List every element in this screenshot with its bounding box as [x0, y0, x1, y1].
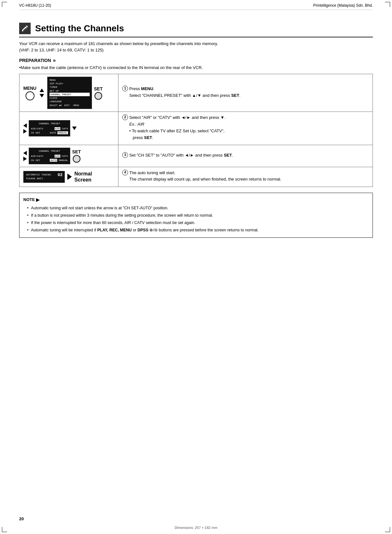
instruction-table: MENU MENU VCR PLUS+ — [19, 74, 373, 187]
preparation-arrows: » — [53, 58, 56, 63]
intro-text: Your VCR can receive a maximum of 181 ch… — [19, 41, 373, 53]
pencil-icon — [21, 25, 29, 32]
page-header: VC-H818U (11-20) Printelligence (Malaysi… — [19, 0, 373, 10]
set-button-diagram-3: SET — [72, 149, 81, 163]
header-right: Printelligence (Malaysia) Sdn. Bhd. — [313, 3, 373, 8]
note-section: NOTE ▶ Automatic tuning will not start u… — [19, 193, 373, 237]
diagram-cell-3: CHANNEL PRESET AIR/CATV AIR CATV CH SET … — [19, 145, 118, 167]
table-row: MENU MENU VCR PLUS+ — [19, 74, 373, 112]
preparation-heading: PREPARATION » — [19, 58, 373, 63]
vcr-screen-1: MENU VCR PLUS+ TIMER SET UP CHANNEL PRES… — [47, 77, 92, 109]
diagram-cell-2: CHANNEL PRESET AIR/CATV AIR CATV CH SET … — [19, 112, 118, 145]
page-title: Setting the Channels — [35, 23, 124, 34]
note-arrow: ▶ — [36, 196, 40, 203]
header-left: VC-H818U (11-20) — [19, 3, 51, 8]
list-item: If a button is not pressed within 3 minu… — [27, 212, 369, 219]
step-number-4: 4 — [122, 170, 128, 175]
table-row: CHANNEL PRESET AIR/CATV AIR CATV CH SET … — [19, 145, 373, 167]
normal-screen-label: NormalScreen — [74, 171, 92, 183]
instruction-cell-2: 2 Select "AIR" or "CATV" with ◄/► and th… — [118, 112, 373, 145]
diagram-cell-4: AUTOMATIC TUNING. PLEASE WAIT. 02 Normal… — [19, 167, 118, 187]
instruction-cell-3: 3 Set "CH SET" to "AUTO" with ◄/► and th… — [118, 145, 373, 167]
list-item: Automatic tuning will not start unless t… — [27, 205, 369, 211]
list-item: If the power is interrupted for more tha… — [27, 220, 369, 226]
note-heading: NOTE ▶ — [23, 196, 369, 203]
preparation-bullet: •Make sure that the cable (antenna or CA… — [19, 65, 373, 70]
instruction-cell-4: 4 The auto tuning will start. The channe… — [118, 167, 373, 187]
page-number: 20 — [19, 516, 24, 521]
vcr-screen-2: CHANNEL PRESET AIR/CATV AIR CATV CH SET … — [29, 120, 70, 136]
menu-button-diagram: MENU — [23, 86, 36, 100]
vcr-screen-3: CHANNEL PRESET AIR/CATV AIR CATV CH SET … — [29, 148, 70, 164]
title-row: Setting the Channels — [19, 23, 373, 37]
title-icon — [19, 23, 31, 34]
dimensions: Dimensions: 257 × 182 mm — [175, 526, 217, 530]
instruction-cell-1: 1 Press MENU. Select "CHANNEL PRESET" wi… — [118, 74, 373, 112]
step-number-2: 2 — [122, 114, 128, 120]
step-number-1: 1 — [122, 86, 128, 91]
table-row: AUTOMATIC TUNING. PLEASE WAIT. 02 Normal… — [19, 167, 373, 187]
set-button-diagram-1: SET — [94, 86, 102, 100]
diagram-cell-1: MENU MENU VCR PLUS+ — [19, 74, 118, 112]
auto-tuning-screen: AUTOMATIC TUNING. PLEASE WAIT. 02 — [23, 171, 65, 183]
step-number-3: 3 — [122, 152, 128, 158]
table-row: CHANNEL PRESET AIR/CATV AIR CATV CH SET … — [19, 112, 373, 145]
note-bullets: Automatic tuning will not start unless t… — [23, 205, 369, 233]
list-item: Automatic tuning will be interrupted if … — [27, 227, 369, 233]
